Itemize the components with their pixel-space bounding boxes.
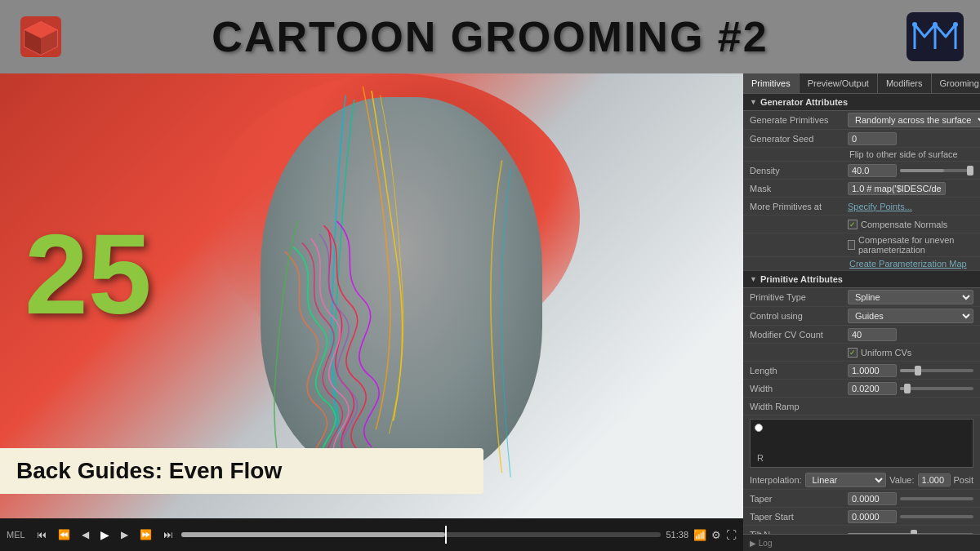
density-label: Density	[750, 166, 848, 176]
create-param-link[interactable]: Create Parameterization Map	[743, 257, 980, 271]
length-label: Length	[750, 366, 848, 375]
mask-label: Mask	[750, 184, 848, 193]
density-input[interactable]	[848, 164, 897, 177]
svg-point-6	[912, 22, 917, 27]
step-back-button[interactable]: ◀	[78, 527, 92, 542]
length-slider[interactable]	[900, 369, 973, 372]
control-using-row: Control using Guides	[743, 307, 980, 326]
comp-uneven-text: Compensate for uneven parameterization	[858, 235, 973, 255]
value-input[interactable]	[918, 473, 951, 487]
expand-icon[interactable]: ⛶	[726, 529, 737, 541]
tab-primitives[interactable]: Primitives	[743, 73, 800, 93]
prim-attr-title: Primitive Attributes	[760, 274, 843, 284]
length-input[interactable]	[848, 364, 897, 377]
gen-seed-value	[848, 132, 973, 145]
taper-start-slider[interactable]	[900, 515, 973, 518]
specify-points-link[interactable]: Specify Points...	[848, 202, 912, 211]
gen-seed-input[interactable]	[848, 132, 897, 145]
uniform-cvs-label[interactable]: Uniform CVs	[848, 348, 911, 358]
video-controls[interactable]: MEL ⏮ ⏪ ◀ ▶ ▶ ⏩ ⏭ 51:38 📶 ⚙ ⛶	[0, 518, 743, 551]
density-slider[interactable]	[900, 169, 973, 172]
prim-type-dropdown[interactable]: Spline	[848, 290, 973, 304]
compensate-normals-row: Compensate Normals	[743, 216, 980, 233]
step-fwd-button[interactable]: ▶	[118, 527, 131, 542]
skip-back-button[interactable]: ⏮	[33, 527, 50, 542]
generator-seed-row: Generator Seed	[743, 130, 980, 148]
mod-cv-value	[848, 328, 973, 341]
more-prims-row: More Primitives at Specify Points...	[743, 198, 980, 216]
comp-normals-check-label[interactable]: Compensate Normals	[848, 220, 947, 229]
width-slider[interactable]	[900, 387, 973, 390]
width-label: Width	[750, 384, 848, 393]
comp-uneven-checkbox[interactable]	[848, 240, 855, 250]
time-display: 51:38	[666, 530, 688, 540]
interp-dropdown[interactable]: Linear	[805, 473, 887, 487]
compensate-uneven-row: Compensate for uneven parameterization	[743, 233, 980, 257]
progress-bar[interactable]	[181, 532, 662, 537]
taper-input[interactable]	[848, 492, 897, 505]
character-head	[261, 97, 543, 479]
primitive-attributes-header[interactable]: ▼ Primitive Attributes	[743, 271, 980, 288]
ramp-handle[interactable]	[755, 424, 763, 432]
video-area: 25	[0, 73, 743, 551]
prim-type-label: Primitive Type	[750, 292, 848, 302]
ctrl-using-value: Guides	[848, 309, 973, 323]
mel-label: MEL	[7, 530, 25, 540]
comp-uneven-value: Compensate for uneven parameterization	[848, 235, 973, 255]
comp-normals-checkbox[interactable]	[848, 220, 858, 229]
tilt-n-slider[interactable]	[848, 533, 973, 535]
prim-type-value: Spline	[848, 290, 973, 304]
skip-fwd-button[interactable]: ⏭	[160, 527, 176, 542]
tab-grooming[interactable]: Grooming	[932, 73, 981, 93]
more-prims-label: More Primitives at	[750, 202, 848, 211]
mod-cv-label: Modifier CV Count	[750, 330, 848, 340]
fast-fwd-button[interactable]: ⏩	[136, 527, 155, 542]
taper-row: Taper	[743, 490, 980, 508]
tilt-n-row: Tilt N	[743, 526, 980, 534]
settings-icon[interactable]: ⚙	[711, 529, 721, 541]
taper-slider[interactable]	[900, 497, 973, 500]
main-content: 25	[0, 73, 980, 551]
comp-norm-value: Compensate Normals	[848, 220, 973, 229]
comp-normals-text: Compensate Normals	[861, 220, 947, 229]
taper-start-value	[848, 510, 973, 523]
gen-prim-dropdown[interactable]: Randomly across the surface	[848, 113, 980, 127]
value-label: Value:	[889, 475, 914, 485]
mask-value	[848, 182, 973, 195]
play-button[interactable]: ▶	[97, 527, 113, 543]
bottom-caption: Back Guides: Even Flow	[0, 448, 483, 494]
comp-uneven-label[interactable]: Compensate for uneven parameterization	[848, 235, 973, 255]
uniform-cvs-checkbox[interactable]	[848, 348, 858, 358]
mod-cv-input[interactable]	[848, 328, 897, 341]
primitive-type-row: Primitive Type Spline	[743, 288, 980, 307]
taper-start-label: Taper Start	[750, 512, 848, 522]
taper-label: Taper	[750, 494, 848, 504]
tab-modifiers[interactable]: Modifiers	[878, 73, 932, 93]
ramp-area[interactable]: R	[750, 419, 973, 468]
red-cube-logo	[16, 12, 65, 61]
tab-preview[interactable]: Preview/Output	[800, 73, 878, 93]
taper-value	[848, 492, 973, 505]
banner-title: CARTOON GROOMING #2	[212, 12, 768, 61]
ctrl-using-dropdown[interactable]: Guides	[848, 309, 973, 323]
volume-icon[interactable]: 📶	[693, 529, 706, 541]
width-input[interactable]	[848, 382, 897, 395]
mask-row: Mask	[743, 180, 980, 198]
taper-start-row: Taper Start	[743, 508, 980, 526]
ramp-r-label: R	[757, 453, 764, 463]
panel-content[interactable]: ▼ Generator Attributes Generate Primitiv…	[743, 94, 980, 534]
generator-attributes-header[interactable]: ▼ Generator Attributes	[743, 94, 980, 111]
gen-prim-value: Randomly across the surface	[848, 113, 980, 127]
svg-point-8	[953, 22, 958, 27]
position-label: Posit	[954, 475, 973, 485]
taper-start-input[interactable]	[848, 510, 897, 523]
svg-point-7	[933, 22, 938, 27]
length-row: Length	[743, 362, 980, 380]
frame-back-button[interactable]: ⏪	[55, 527, 74, 542]
top-banner: CARTOON GROOMING #2	[0, 0, 980, 73]
uniform-cvs-value: Uniform CVs	[848, 348, 973, 358]
gen-prim-label: Generate Primitives	[750, 115, 848, 125]
mask-input[interactable]	[848, 182, 946, 195]
width-ramp-label: Width Ramp	[750, 402, 848, 411]
width-ramp-container: R	[743, 415, 980, 471]
